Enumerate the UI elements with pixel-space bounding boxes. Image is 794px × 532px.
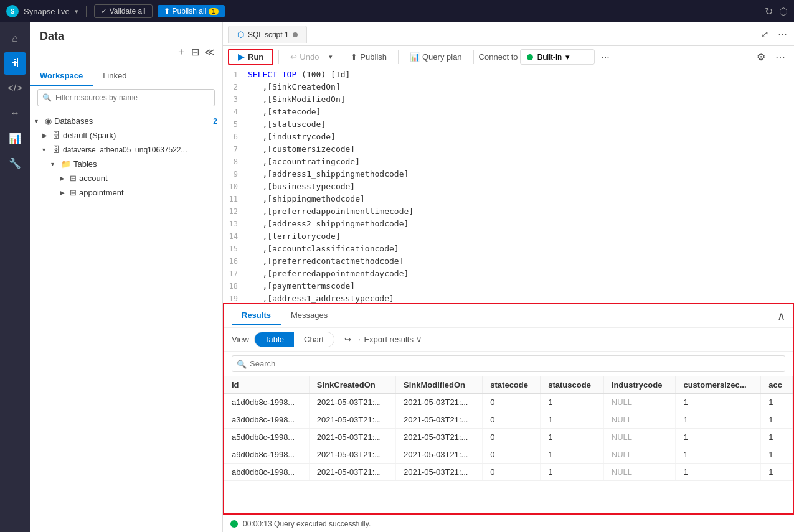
top-bar: S Synapse live ▾ ✓ Validate all ⬆ Publis… bbox=[0, 0, 794, 22]
filter-search-box: 🔍 bbox=[37, 89, 215, 106]
expand-icon: ▶ bbox=[60, 189, 69, 196]
table-cell: NULL bbox=[603, 464, 676, 481]
databases-count: 2 bbox=[213, 117, 217, 126]
table-cell: 1 bbox=[676, 411, 761, 429]
chart-view-button[interactable]: Chart bbox=[294, 332, 334, 347]
column-header[interactable]: statecode bbox=[483, 376, 541, 394]
results-search-input[interactable] bbox=[232, 355, 785, 372]
collapse-results-button[interactable]: ∧ bbox=[777, 309, 785, 323]
column-header[interactable]: SinkCreatedOn bbox=[309, 376, 395, 394]
main-layout: ⌂ 🗄 </> ↔ 📊 🔧 Data ＋ ⊟ ≪ Workspace Linke… bbox=[0, 22, 794, 532]
column-header[interactable]: customersizec... bbox=[676, 376, 761, 394]
editor-results-area: 1SELECT TOP (100) [Id]2 ,[SinkCreatedOn]… bbox=[223, 68, 794, 515]
rail-data-icon[interactable]: 🗄 bbox=[4, 52, 26, 75]
tree-tables[interactable]: ▾ 📁 Tables bbox=[30, 157, 222, 171]
results-table: IdSinkCreatedOnSinkModifiedOnstatecodest… bbox=[224, 376, 793, 481]
databases-icon: ◉ bbox=[45, 116, 52, 126]
publish-all-button[interactable]: ⬆ Publish all 1 bbox=[158, 5, 225, 17]
tree-default-spark[interactable]: ▶ 🗄 default (Spark) bbox=[30, 128, 222, 142]
table-cell: 1 bbox=[761, 464, 793, 481]
run-label: Run bbox=[248, 52, 263, 62]
table-cell: 2021-05-03T21:... bbox=[396, 446, 483, 464]
column-header[interactable]: SinkModifiedOn bbox=[396, 376, 483, 394]
camera-icon[interactable]: ⬡ bbox=[779, 6, 788, 17]
table-cell: 0 bbox=[483, 446, 541, 464]
rail-develop-icon[interactable]: </> bbox=[4, 77, 26, 100]
sql-script-tab[interactable]: ⬡ SQL script 1 bbox=[228, 26, 307, 43]
sidebar-more-button[interactable]: ≪ bbox=[202, 44, 217, 60]
refresh-icon[interactable]: ↻ bbox=[765, 6, 773, 17]
column-header[interactable]: industrycode bbox=[603, 376, 676, 394]
column-header[interactable]: statuscode bbox=[541, 376, 604, 394]
tree-appointment[interactable]: ▶ ⊞ appointment bbox=[30, 185, 222, 200]
table-cell: 0 bbox=[483, 464, 541, 481]
table-view-button[interactable]: Table bbox=[255, 332, 294, 347]
rail-monitor-icon[interactable]: 📊 bbox=[4, 127, 26, 149]
results-tab-results[interactable]: Results bbox=[232, 307, 281, 325]
undo-button[interactable]: ↩ Undo bbox=[284, 50, 325, 64]
status-message: 00:00:13 Query executed successfully. bbox=[243, 520, 371, 528]
editor-tab-bar: ⬡ SQL script 1 ⤢ ⋯ bbox=[223, 22, 794, 46]
rail-integrate-icon[interactable]: ↔ bbox=[4, 102, 26, 124]
line-number: 2 bbox=[223, 81, 245, 93]
rail-home-icon[interactable]: ⌂ bbox=[4, 27, 26, 50]
line-content: ,[paymenttermscode] bbox=[245, 280, 355, 292]
tree-item-label: appointment bbox=[79, 188, 217, 197]
expand-icon: ▾ bbox=[51, 161, 60, 167]
tree-dataverse[interactable]: ▾ 🗄 dataverse_athena05_unq10637522... bbox=[30, 142, 222, 157]
line-content: ,[industrycode] bbox=[245, 131, 336, 143]
table-cell: 1 bbox=[676, 464, 761, 481]
code-line: 17 ,[preferredappointmentdaycode] bbox=[223, 268, 794, 280]
run-button[interactable]: ▶ Run bbox=[228, 49, 273, 65]
table-cell: NULL bbox=[603, 446, 676, 464]
table-cell: 1 bbox=[541, 394, 604, 411]
tree-item-label: Tables bbox=[73, 159, 217, 169]
databases-label: Databases bbox=[54, 116, 210, 126]
table-cell: 1 bbox=[761, 411, 793, 429]
filter-resources-input[interactable] bbox=[37, 89, 215, 106]
builtin-selector[interactable]: Built-in ▾ bbox=[520, 49, 595, 65]
toolbar-overflow-button[interactable]: ⋯ bbox=[772, 49, 789, 65]
table-cell: 2021-05-03T21:... bbox=[396, 411, 483, 429]
tab-more-button[interactable]: ⋯ bbox=[776, 27, 789, 42]
column-header[interactable]: acc bbox=[761, 376, 793, 394]
table-cell: 1 bbox=[761, 429, 793, 446]
table-cell: 2021-05-03T21:... bbox=[309, 394, 395, 411]
line-content: ,[accountclassificationcode] bbox=[245, 243, 399, 255]
code-line: 3 ,[SinkModifiedOn] bbox=[223, 93, 794, 106]
maximize-button[interactable]: ⤢ bbox=[759, 27, 771, 42]
line-content: ,[accountratingcode] bbox=[245, 156, 360, 168]
chevron-down-icon: ▾ bbox=[565, 52, 570, 62]
table-cell: 1 bbox=[761, 394, 793, 411]
column-header[interactable]: Id bbox=[224, 376, 309, 394]
table-cell: 1 bbox=[676, 446, 761, 464]
publish-button[interactable]: ⬆ Publish bbox=[344, 50, 393, 64]
add-resource-button[interactable]: ＋ bbox=[174, 43, 189, 61]
collapse-all-button[interactable]: ⊟ bbox=[189, 44, 202, 60]
tab-workspace[interactable]: Workspace bbox=[30, 66, 93, 86]
line-number: 12 bbox=[223, 205, 245, 218]
validate-all-button[interactable]: ✓ Validate all bbox=[94, 4, 153, 18]
undo-dropdown[interactable]: ▾ bbox=[328, 50, 334, 63]
results-tab-messages[interactable]: Messages bbox=[281, 307, 338, 325]
code-editor[interactable]: 1SELECT TOP (100) [Id]2 ,[SinkCreatedOn]… bbox=[223, 68, 794, 303]
line-number: 10 bbox=[223, 180, 245, 193]
line-content: ,[address1_shippingmethodcode] bbox=[245, 168, 409, 180]
settings-button[interactable]: ⚙ bbox=[753, 49, 769, 65]
table-cell: 1 bbox=[676, 429, 761, 446]
tree-account[interactable]: ▶ ⊞ account bbox=[30, 171, 222, 185]
databases-node[interactable]: ▾ ◉ Databases 2 bbox=[30, 114, 222, 128]
sidebar: Data ＋ ⊟ ≪ Workspace Linked 🔍 ▾ ◉ Databa… bbox=[30, 22, 223, 532]
code-line: 5 ,[statuscode] bbox=[223, 118, 794, 131]
query-plan-button[interactable]: 📊 Query plan bbox=[404, 50, 468, 64]
tab-linked[interactable]: Linked bbox=[93, 66, 136, 86]
rail-manage-icon[interactable]: 🔧 bbox=[4, 152, 26, 174]
code-line: 4 ,[statecode] bbox=[223, 106, 794, 118]
builtin-label: Built-in bbox=[537, 52, 562, 62]
results-table-wrapper: IdSinkCreatedOnSinkModifiedOnstatecodest… bbox=[224, 376, 793, 513]
tree-item-label: default (Spark) bbox=[63, 131, 217, 140]
export-results-button[interactable]: ↪ → Export results ∨ bbox=[344, 335, 422, 344]
toolbar-more-button[interactable]: ··· bbox=[597, 49, 613, 65]
icon-rail: ⌂ 🗄 </> ↔ 📊 🔧 bbox=[0, 22, 30, 532]
title-dropdown[interactable]: ▾ bbox=[75, 7, 78, 16]
